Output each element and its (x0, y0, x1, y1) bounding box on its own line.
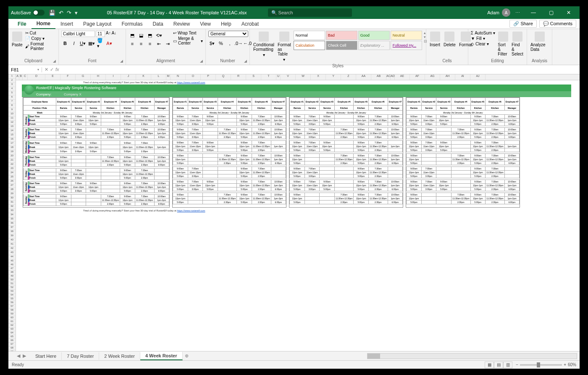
schedule-cell[interactable] (86, 172, 101, 176)
schedule-cell[interactable]: 11:30am-12:30pm (334, 132, 354, 135)
schedule-cell[interactable]: 11:30am-12:30pm (252, 197, 271, 201)
schedule-cell[interactable] (504, 148, 520, 152)
schedule-cell[interactable]: 7:30am (252, 115, 271, 119)
schedule-cell[interactable]: 11:30am-12:30pm (135, 172, 154, 176)
schedule-cell[interactable]: 9:00am (470, 128, 486, 132)
schedule-cell[interactable]: 7:30am (252, 128, 271, 132)
schedule-cell[interactable]: 1pm-2pm (388, 184, 403, 188)
schedule-cell[interactable]: 12pm-1pm (86, 145, 101, 149)
schedule-cell[interactable]: 7:00am (188, 141, 203, 145)
schedule-cell[interactable]: 5:00pm (354, 188, 369, 191)
tab-view[interactable]: View (195, 19, 216, 29)
schedule-cell[interactable]: 10:00am (271, 193, 286, 197)
schedule-cell[interactable]: 1pm-2pm (154, 159, 169, 163)
schedule-cell[interactable]: 5:00pm (470, 161, 486, 165)
schedule-cell[interactable]: 5:00pm (470, 174, 486, 178)
schedule-cell[interactable]: 2:30pm (451, 201, 470, 204)
schedule-cell[interactable] (218, 141, 237, 145)
schedule-cell[interactable] (218, 188, 237, 191)
tab-formulas[interactable]: Formulas (116, 19, 147, 29)
schedule-cell[interactable]: 2:30pm (101, 135, 120, 139)
schedule-cell[interactable]: 2:30pm (252, 161, 271, 165)
schedule-cell[interactable]: 5:00pm (173, 188, 188, 191)
schedule-cell[interactable]: 12pm-1pm (237, 145, 252, 148)
schedule-cell[interactable]: 5:00pm (173, 148, 188, 152)
schedule-cell[interactable]: 2:30pm (451, 161, 470, 165)
schedule-cell[interactable]: 11:30am-12:30pm (334, 197, 354, 201)
schedule-cell[interactable] (421, 193, 436, 197)
schedule-cell[interactable] (271, 167, 286, 171)
schedule-cell[interactable] (388, 141, 403, 145)
user-account[interactable]: Adam A (487, 8, 510, 17)
schedule-cell[interactable]: 5:00pm (290, 122, 305, 126)
schedule-cell[interactable] (451, 119, 470, 122)
schedule-cell[interactable]: 7:00am (71, 168, 86, 172)
schedule-cell[interactable]: 2:30pm (252, 122, 271, 126)
schedule-cell[interactable] (421, 197, 436, 201)
schedule-cell[interactable] (320, 158, 335, 161)
schedule-cell[interactable] (71, 194, 86, 198)
schedule-cell[interactable]: 5:00pm (86, 189, 101, 193)
schedule-cell[interactable] (71, 163, 86, 166)
style-normal[interactable]: Normal (294, 31, 325, 40)
schedule-cell[interactable] (334, 145, 354, 148)
schedule-cell[interactable]: 12pm-1pm (203, 145, 218, 148)
schedule-cell[interactable]: 6:00pm (388, 135, 403, 139)
schedule-cell[interactable] (203, 158, 218, 161)
schedule-cell[interactable]: 12pm-1pm (237, 132, 252, 135)
share-button[interactable]: 🔗 Share (509, 20, 536, 28)
schedule-cell[interactable]: 7:30am (135, 155, 154, 159)
schedule-cell[interactable]: 5:00pm (86, 122, 101, 126)
schedule-cell[interactable]: 12pm-1pm (290, 197, 305, 201)
schedule-cell[interactable]: 1pm-2pm (388, 197, 403, 201)
schedule-cell[interactable]: 5:00pm (436, 122, 452, 126)
schedule-cell[interactable] (320, 167, 335, 171)
schedule-cell[interactable]: 5:00pm (173, 135, 188, 139)
schedule-cell[interactable] (334, 188, 354, 191)
schedule-cell[interactable]: 11am-12pm (188, 184, 203, 188)
align-bottom-icon[interactable]: ⬒ (146, 32, 154, 39)
schedule-cell[interactable]: 1pm-2pm (271, 119, 286, 122)
delete-cells-button[interactable]: Delete (443, 31, 457, 48)
schedule-cell[interactable]: 11:30am-12:30pm (135, 132, 154, 135)
schedule-cell[interactable]: 11:30am-12:30pm (135, 159, 154, 163)
schedule-cell[interactable] (388, 171, 403, 174)
schedule-cell[interactable]: 7:30am (135, 141, 154, 145)
schedule-cell[interactable]: 5:00pm (320, 188, 335, 191)
schedule-cell[interactable]: 12pm-1pm (120, 172, 135, 176)
analyze-data-button[interactable]: Analyze Data (530, 31, 549, 53)
schedule-cell[interactable]: 12pm-1pm (470, 197, 486, 201)
schedule-cell[interactable]: 3:00pm (421, 135, 436, 139)
schedule-cell[interactable]: 1pm-2pm (154, 132, 169, 135)
paste-button[interactable]: Paste (11, 31, 24, 48)
schedule-cell[interactable]: 7:00am (71, 181, 86, 185)
schedule-cell[interactable]: 3:00pm (421, 122, 436, 126)
schedule-cell[interactable] (154, 172, 169, 176)
sort-filter-button[interactable]: Sort & Filter (497, 31, 509, 57)
schedule-cell[interactable]: 5:00pm (354, 122, 369, 126)
schedule-cell[interactable]: 11am-12pm (71, 172, 86, 176)
schedule-cell[interactable]: 2:30pm (369, 174, 388, 178)
dialog-launcher-icon[interactable]: ◢ (53, 59, 56, 63)
schedule-cell[interactable]: 12pm-1pm (120, 159, 135, 163)
style-check-cell[interactable]: Check Cell (326, 41, 357, 50)
schedule-cell[interactable]: 10:00am (388, 128, 403, 132)
schedule-cell[interactable]: 7:00am (188, 115, 203, 119)
schedule-cell[interactable]: 2:30pm (252, 174, 271, 178)
schedule-cell[interactable]: 5:00pm (203, 122, 218, 126)
schedule-cell[interactable]: 11:30am-12:30pm (486, 145, 505, 148)
schedule-cell[interactable] (218, 119, 237, 122)
schedule-cell[interactable]: 7:30am (451, 128, 470, 132)
schedule-cell[interactable]: 10:00am (271, 154, 286, 158)
schedule-cell[interactable]: 9:00am (120, 168, 135, 172)
schedule-cell[interactable]: 11:30am-12:30pm (451, 158, 470, 161)
schedule-cell[interactable]: 7:30am (135, 128, 154, 132)
schedule-cell[interactable] (86, 194, 101, 198)
schedule-cell[interactable]: 5:00pm (86, 149, 101, 153)
schedule-cell[interactable]: 9:00am (86, 141, 101, 145)
schedule-cell[interactable] (451, 167, 470, 171)
schedule-cell[interactable]: 5:00pm (237, 201, 252, 204)
schedule-cell[interactable] (320, 174, 335, 178)
schedule-cell[interactable]: 7:30am (486, 167, 505, 171)
schedule-cell[interactable] (218, 145, 237, 148)
